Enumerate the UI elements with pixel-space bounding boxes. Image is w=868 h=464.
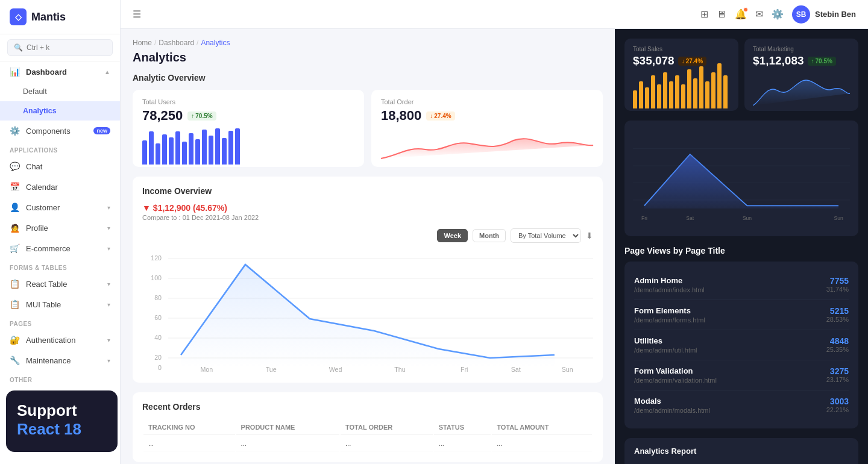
stat-badge-order: ↓ 27.4%: [426, 111, 454, 121]
sidebar-item-label: Components: [26, 127, 71, 136]
chevron-down-icon: ▾: [107, 337, 110, 343]
svg-text:Sat: Sat: [686, 215, 694, 221]
bar: [705, 81, 709, 108]
sidebar-item-customer[interactable]: 👤 Customer ▾: [0, 197, 120, 218]
sidebar-item-mui-table[interactable]: 📋 MUI Table ▾: [0, 294, 120, 315]
table-row: ... ... ... ... ...: [143, 436, 592, 451]
topbar: ☰ ⊞ 🖥 🔔 ✉ ⚙️ SB Stebin Ben: [121, 0, 868, 29]
sidebar-item-react-table[interactable]: 📋 React Table ▾: [0, 274, 120, 294]
download-icon[interactable]: ⬇: [586, 231, 593, 240]
pv-name: Modals: [634, 397, 710, 406]
area-chart-marketing: [753, 72, 850, 108]
dark-card-sales: Total Sales $35,078 ↓ 27.4%: [624, 39, 738, 111]
col-tracking: TRACKING NO: [143, 420, 235, 435]
sidebar-item-ecommerce[interactable]: 🛒 E-commerce ▾: [0, 238, 120, 259]
svg-text:Wed: Wed: [329, 366, 342, 373]
sidebar-item-calendar[interactable]: 📅 Calendar: [0, 177, 120, 197]
user-section[interactable]: SB Stebin Ben: [792, 5, 856, 24]
dashboard-icon: 📊: [10, 67, 20, 77]
analytic-overview-title: Analytic Overview: [133, 73, 603, 83]
monitor-icon[interactable]: 🖥: [717, 9, 726, 20]
pv-pct: 31.74%: [826, 286, 849, 293]
bar: [717, 63, 722, 108]
support-banner[interactable]: Support React 18: [6, 390, 118, 452]
stat-value-users: 78,250 ↑ 70.5%: [142, 108, 354, 124]
sidebar-item-chat[interactable]: 💬 Chat: [0, 156, 120, 177]
dark-badge-sales: ↓ 27.4%: [678, 57, 706, 66]
gear-icon[interactable]: ⚙️: [772, 8, 784, 20]
pv-count: 3275: [826, 366, 849, 376]
pv-url: /demo/admin/util.html: [634, 346, 697, 354]
bar-chart-users: [142, 128, 354, 165]
bar: [215, 128, 220, 165]
sidebar-item-profile[interactable]: 🙍 Profile ▾: [0, 218, 120, 238]
dark-stats-grid: Total Sales $35,078 ↓ 27.4%: [624, 39, 858, 111]
svg-text:Thu: Thu: [394, 366, 406, 373]
support-title: Support: [17, 401, 107, 420]
bar: [633, 90, 637, 108]
chat-icon: 💬: [10, 161, 20, 171]
pv-name: Form Elements: [634, 306, 705, 315]
week-button[interactable]: Week: [437, 229, 468, 242]
volume-select[interactable]: By Total Volume: [511, 228, 581, 243]
svg-text:120: 120: [151, 255, 162, 262]
svg-text:Fri: Fri: [641, 215, 647, 221]
main-area: ☰ ⊞ 🖥 🔔 ✉ ⚙️ SB Stebin Ben Home / Dashbo…: [121, 0, 868, 464]
stat-label-order: Total Order: [381, 98, 593, 105]
pv-url: /demo/admin/validation.html: [634, 377, 717, 384]
bar: [162, 134, 167, 165]
bar: [711, 72, 715, 108]
section-label-pages: Pages: [0, 315, 120, 330]
sidebar-item-default[interactable]: Default: [0, 82, 120, 101]
sidebar-item-label: Default: [23, 87, 47, 96]
components-icon: ⚙️: [10, 126, 20, 136]
avatar: SB: [792, 5, 810, 24]
sidebar-item-maintenance[interactable]: 🔧 Maintenance ▾: [0, 350, 120, 371]
hamburger-icon[interactable]: ☰: [133, 8, 141, 20]
bar: [202, 130, 207, 165]
pv-pct: 23.17%: [826, 376, 849, 383]
sidebar-item-components[interactable]: ⚙️ Components new: [0, 121, 120, 141]
svg-text:0: 0: [158, 365, 162, 371]
dark-card-marketing: Total Marketing $1,12,083 ↑ 70.5%: [744, 39, 858, 111]
analytics-report: Analytics Report: [624, 438, 858, 464]
pv-name: Form Validation: [634, 366, 717, 375]
content-left: Home / Dashboard / Analytics Analytics A…: [121, 29, 615, 464]
pv-url: /demo/admin/modals.html: [634, 407, 710, 414]
svg-text:Sun: Sun: [834, 215, 843, 221]
svg-text:Sun: Sun: [562, 366, 573, 373]
pv-row-5: Modals /demo/admin/modals.html 3003 22.2…: [634, 390, 849, 420]
stat-badge-users: ↑ 70.5%: [187, 111, 216, 121]
bar: [189, 133, 193, 165]
sidebar-item-dashboard[interactable]: 📊 Dashboard ▲: [0, 61, 120, 82]
pv-count: 4848: [826, 336, 849, 346]
search-box[interactable]: 🔍: [7, 39, 113, 56]
pv-pct: 25.35%: [826, 346, 849, 353]
calendar-icon: 📅: [10, 182, 20, 192]
sidebar-item-label: Analytics: [23, 107, 57, 115]
apps-icon[interactable]: ⊞: [700, 8, 708, 20]
sidebar-item-label: E-commerce: [26, 244, 71, 253]
stats-grid: Total Users 78,250 ↑ 70.5%: [133, 90, 603, 167]
breadcrumb-dashboard[interactable]: Dashboard: [159, 39, 194, 47]
col-total-order: TOTAL ORDER: [341, 420, 433, 435]
new-badge: new: [93, 127, 110, 134]
bar-chart-sales: [633, 72, 730, 108]
bar: [142, 140, 147, 165]
sidebar-item-label: Maintenance: [26, 356, 71, 365]
page-title: Analytics: [133, 51, 603, 64]
sidebar-item-authentication[interactable]: 🔐 Authentication ▾: [0, 330, 120, 350]
month-button[interactable]: Month: [473, 229, 506, 242]
bar: [169, 137, 174, 165]
sidebar-item-analytics[interactable]: Analytics: [0, 101, 120, 121]
bar: [235, 128, 240, 165]
pv-pct: 22.21%: [826, 406, 849, 413]
svg-text:Sun: Sun: [743, 215, 752, 221]
search-input[interactable]: [27, 43, 106, 52]
svg-text:20: 20: [154, 354, 162, 361]
breadcrumb-home[interactable]: Home: [133, 39, 152, 47]
sidebar-item-label: Authentication: [26, 336, 75, 345]
bell-icon[interactable]: 🔔: [735, 8, 747, 20]
chevron-up-icon: ▲: [104, 69, 110, 75]
mail-icon[interactable]: ✉: [755, 8, 763, 20]
